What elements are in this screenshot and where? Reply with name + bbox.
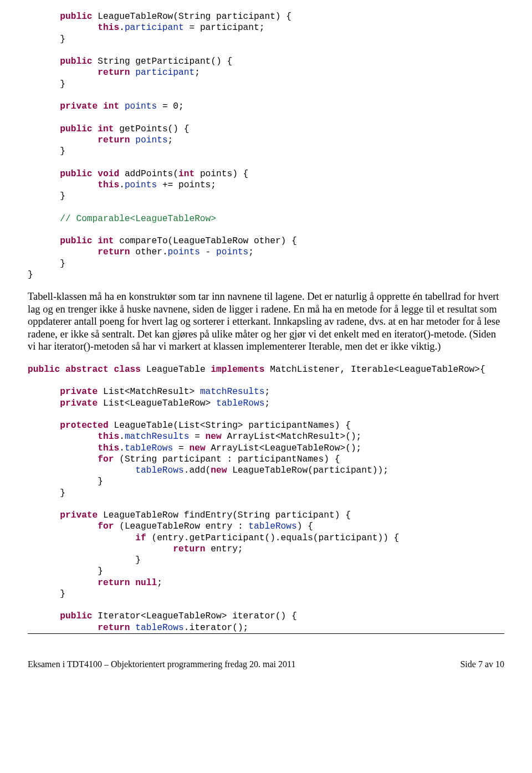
kw: null	[135, 578, 157, 588]
code-text: (LeagueTableRow entry :	[114, 521, 248, 531]
code-text: = 0;	[157, 101, 184, 111]
kw: private	[60, 398, 98, 408]
code-text	[109, 365, 114, 375]
kw: public	[60, 12, 92, 22]
code-text	[93, 236, 98, 246]
kw: void	[98, 169, 119, 179]
kw: return	[98, 135, 130, 145]
field: participant	[135, 68, 195, 78]
kw: new	[206, 432, 222, 442]
code-text: = participant;	[184, 23, 265, 33]
kw: return	[98, 623, 130, 633]
kw: private	[60, 101, 98, 111]
field: participant	[125, 23, 184, 33]
code-text: entry;	[206, 544, 243, 554]
code-text	[130, 623, 136, 633]
code-text: }	[135, 555, 141, 565]
field: matchResults	[200, 387, 265, 397]
comment: // Comparable<LeagueTableRow>	[60, 214, 216, 224]
code-text: ;	[195, 68, 200, 78]
kw: public	[60, 611, 92, 621]
code-text: points) {	[195, 169, 248, 179]
kw: implements	[211, 365, 264, 375]
code-text: Iterator<LeagueTableRow> iterator() {	[93, 611, 297, 621]
code-text: ;	[248, 247, 254, 257]
code-text: =	[173, 443, 189, 453]
kw: private	[60, 510, 98, 520]
code-text: LeagueTableRow(participant));	[227, 465, 388, 475]
field: points	[135, 135, 167, 145]
kw: return	[98, 68, 130, 78]
code-text	[60, 365, 65, 375]
field: tableRows	[135, 465, 183, 475]
field: points	[216, 247, 248, 257]
kw: this	[98, 432, 119, 442]
kw: int	[178, 169, 195, 179]
footer-rule	[28, 633, 504, 634]
code-text: LeagueTableRow findEntry(String particip…	[98, 510, 351, 520]
kw: public	[28, 365, 60, 375]
field: tableRows	[216, 398, 264, 408]
code-text: LeagueTable	[141, 365, 211, 375]
kw: new	[189, 443, 205, 453]
kw: return	[98, 247, 130, 257]
code-text: .add(	[184, 465, 211, 475]
kw: for	[98, 454, 114, 464]
code-block-1: public LeagueTableRow(String participant…	[28, 11, 504, 280]
code-text: getPoints() {	[114, 124, 189, 134]
code-text: }	[28, 270, 33, 280]
field: tableRows	[135, 623, 183, 633]
code-text	[98, 101, 103, 111]
code-text: }	[60, 34, 65, 44]
field: points	[125, 101, 157, 111]
code-text: -	[200, 247, 216, 257]
footer-left-text: Eksamen i TDT4100 – Objektorientert prog…	[28, 659, 295, 669]
kw: return	[173, 544, 205, 554]
kw: class	[114, 365, 141, 375]
kw: this	[98, 443, 119, 453]
paragraph-1: Tabell-klassen må ha en konstruktør som …	[28, 290, 504, 353]
code-text: }	[60, 589, 65, 599]
field: points	[125, 180, 157, 190]
code-text: }	[98, 566, 103, 576]
kw: this	[98, 23, 119, 33]
kw: for	[98, 521, 114, 531]
code-text: .	[119, 432, 125, 442]
code-text	[130, 578, 136, 588]
field: tableRows	[248, 521, 296, 531]
code-text: }	[98, 477, 103, 487]
code-text: other.	[130, 247, 168, 257]
code-text	[119, 101, 125, 111]
kw: public	[60, 236, 92, 246]
code-text: ) {	[297, 521, 313, 531]
code-text: ArrayList<LeagueTableRow>();	[206, 443, 362, 453]
code-text: }	[60, 488, 65, 498]
code-text	[93, 124, 98, 134]
code-text: String getParticipant() {	[93, 57, 233, 66]
field: points	[168, 247, 200, 257]
kw: protected	[60, 421, 108, 431]
code-text: .	[119, 180, 125, 190]
code-text: }	[60, 191, 65, 201]
kw: public	[60, 169, 92, 179]
code-text	[130, 68, 136, 78]
code-text: =	[189, 432, 205, 442]
kw: int	[98, 236, 114, 246]
kw: int	[98, 124, 114, 134]
code-text: }	[60, 146, 65, 156]
code-text: }	[60, 259, 65, 269]
code-text: .	[119, 443, 125, 453]
code-text	[93, 169, 98, 179]
code-text: addPoints(	[119, 169, 178, 179]
code-text: ;	[264, 398, 270, 408]
kw: public	[60, 57, 92, 66]
kw: if	[135, 533, 146, 543]
code-text: += points;	[157, 180, 216, 190]
kw: abstract	[65, 365, 109, 375]
code-block-2: public abstract class LeagueTable implem…	[28, 364, 504, 633]
page-content: public LeagueTableRow(String participant…	[0, 0, 532, 633]
code-text: ArrayList<MatchResult>();	[222, 432, 362, 442]
code-text: .	[119, 23, 125, 33]
code-text: List<LeagueTableRow>	[98, 398, 216, 408]
kw: return	[98, 578, 130, 588]
